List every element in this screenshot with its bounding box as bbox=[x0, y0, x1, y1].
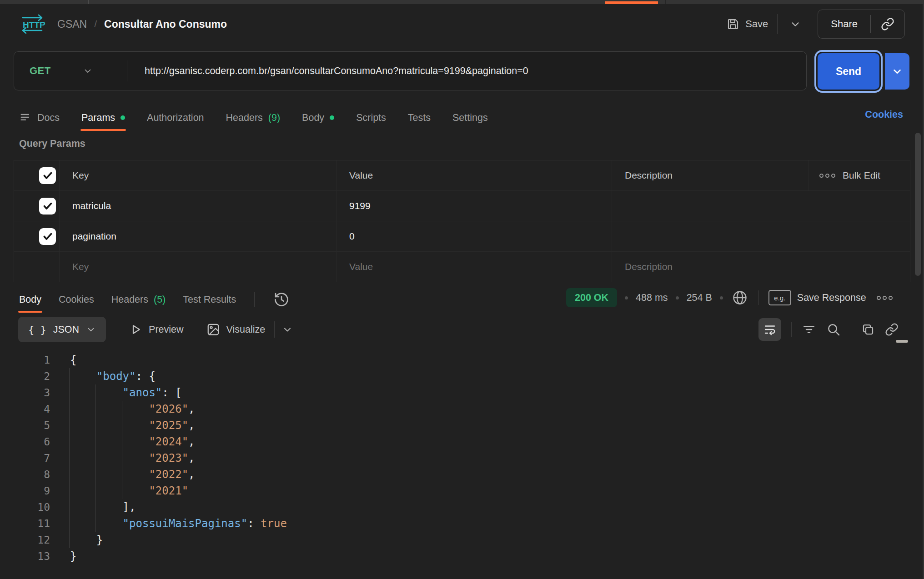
code-token: "anos" bbox=[123, 386, 162, 399]
indent-guide bbox=[95, 483, 96, 499]
code-content: } bbox=[70, 532, 103, 548]
response-body-viewer[interactable]: 1{2"body": {3"anos": [4"2026",5"2025",6"… bbox=[0, 347, 910, 579]
visualize-options-button[interactable] bbox=[282, 324, 293, 335]
param-value-input[interactable]: Value bbox=[336, 252, 612, 282]
code-token: "2024" bbox=[149, 435, 188, 448]
code-line: 1{ bbox=[0, 352, 910, 368]
code-content: "possuiMaisPaginas": true bbox=[70, 515, 287, 532]
tab-headers[interactable]: Headers(9) bbox=[226, 105, 281, 131]
tab-settings[interactable]: Settings bbox=[452, 105, 488, 131]
tab-tests[interactable]: Tests bbox=[408, 105, 431, 131]
response-tab-test-results[interactable]: Test Results bbox=[183, 286, 236, 313]
param-placeholder-row: KeyValueDescription bbox=[14, 252, 910, 282]
param-value-cell[interactable]: 0 bbox=[336, 221, 612, 251]
param-key-cell[interactable]: matricula bbox=[59, 191, 336, 221]
cookies-link[interactable]: Cookies bbox=[865, 109, 903, 120]
param-description-cell[interactable] bbox=[612, 221, 910, 251]
line-number: 7 bbox=[0, 450, 50, 466]
code-scrollbar-track bbox=[897, 344, 897, 572]
response-size: 254 B bbox=[687, 292, 712, 304]
save-options-button[interactable] bbox=[787, 15, 804, 33]
tab-params[interactable]: Params bbox=[81, 105, 125, 131]
copy-icon[interactable] bbox=[861, 323, 875, 336]
code-line: 2"body": { bbox=[0, 368, 910, 384]
wrap-lines-button[interactable] bbox=[758, 318, 781, 341]
code-line: 3"anos": [ bbox=[0, 384, 910, 401]
code-token: , bbox=[188, 452, 195, 464]
param-row: matricula9199 bbox=[14, 191, 910, 221]
dot-separator bbox=[676, 296, 679, 299]
save-button[interactable]: Save bbox=[726, 17, 768, 31]
share-button[interactable]: Share bbox=[818, 10, 905, 39]
code-scrollbar-thumb[interactable] bbox=[896, 340, 908, 343]
code-content: ], bbox=[70, 499, 136, 515]
url-input[interactable]: http://gsanisc.coderp.com.br/gsan/consul… bbox=[127, 65, 528, 77]
status-badge[interactable]: 200 OK bbox=[566, 288, 617, 307]
link-icon[interactable] bbox=[885, 323, 899, 336]
bulk-edit-label: Bulk Edit bbox=[843, 170, 880, 181]
breadcrumb-request-title[interactable]: Consultar Ano Consumo bbox=[104, 18, 227, 30]
tab-authorization[interactable]: Authorization bbox=[147, 105, 204, 131]
tab-scripts[interactable]: Scripts bbox=[356, 105, 386, 131]
response-history-button[interactable] bbox=[273, 291, 290, 308]
param-key-cell[interactable]: pagination bbox=[59, 221, 336, 251]
send-options-button[interactable] bbox=[885, 53, 909, 90]
response-tabs: BodyCookiesHeaders(5)Test Results bbox=[19, 286, 290, 313]
param-checkbox-cell bbox=[14, 221, 59, 251]
tab-docs[interactable]: Docs bbox=[19, 105, 60, 131]
divider bbox=[777, 14, 778, 34]
filter-icon[interactable] bbox=[802, 322, 816, 337]
preview-button[interactable]: Preview bbox=[129, 323, 183, 336]
indent-guide bbox=[69, 401, 70, 417]
tab-body[interactable]: Body bbox=[302, 105, 334, 131]
tab-separator bbox=[665, 0, 666, 4]
param-checkbox[interactable] bbox=[39, 198, 56, 215]
code-content: "2023", bbox=[70, 450, 195, 466]
response-tab-cookies[interactable]: Cookies bbox=[59, 286, 94, 313]
code-content: "2021" bbox=[70, 483, 188, 499]
tab-label-headers: Headers bbox=[226, 112, 263, 124]
search-icon[interactable] bbox=[826, 322, 841, 337]
visualize-button[interactable]: Visualize bbox=[206, 323, 266, 336]
save-response-button[interactable]: e.g. Save Response bbox=[768, 290, 866, 305]
code-line: 11"possuiMaisPaginas": true bbox=[0, 515, 910, 532]
select-all-checkbox[interactable] bbox=[39, 167, 56, 184]
line-number: 2 bbox=[0, 368, 50, 384]
code-content: { bbox=[70, 352, 76, 368]
url-bar: GET http://gsanisc.coderp.com.br/gsan/co… bbox=[14, 51, 807, 90]
code-token: ], bbox=[123, 501, 136, 514]
breadcrumb-collection[interactable]: GSAN bbox=[57, 18, 87, 30]
format-label: JSON bbox=[53, 324, 79, 335]
code-token: "2022" bbox=[149, 468, 188, 481]
format-selector[interactable]: { } JSON bbox=[18, 317, 106, 342]
response-tab-headers[interactable]: Headers(5) bbox=[111, 286, 166, 313]
copy-link-button[interactable] bbox=[871, 17, 904, 31]
param-description-input[interactable]: Description bbox=[612, 252, 910, 282]
vertical-scrollbar[interactable] bbox=[915, 133, 921, 276]
response-tab-body[interactable]: Body bbox=[19, 286, 41, 313]
tab-strip bbox=[0, 0, 924, 4]
code-token: : bbox=[247, 517, 261, 530]
indent-guide bbox=[95, 434, 96, 450]
param-checkbox[interactable] bbox=[39, 228, 56, 245]
send-button[interactable]: Send bbox=[818, 53, 879, 90]
param-description-cell[interactable] bbox=[612, 191, 910, 221]
app-window: HTTP GSAN / Consultar Ano Consumo Save bbox=[0, 0, 924, 579]
tab-separator bbox=[88, 0, 89, 4]
network-globe-icon[interactable] bbox=[732, 290, 748, 306]
indent-guide bbox=[122, 434, 122, 450]
response-more-actions-button[interactable] bbox=[877, 296, 893, 300]
bulk-edit-button[interactable]: Bulk Edit bbox=[808, 160, 910, 190]
column-header-key: Key bbox=[59, 160, 336, 190]
code-token: , bbox=[188, 403, 195, 415]
code-content: "body": { bbox=[70, 368, 156, 384]
code-token: "2023" bbox=[149, 452, 188, 464]
method-selector[interactable]: GET bbox=[14, 65, 127, 77]
param-key-input[interactable]: Key bbox=[59, 252, 336, 282]
param-value-cell[interactable]: 9199 bbox=[336, 191, 612, 221]
indent-guide bbox=[95, 466, 96, 483]
code-token: , bbox=[188, 419, 195, 432]
line-number: 13 bbox=[0, 548, 50, 564]
line-number: 3 bbox=[0, 384, 50, 401]
divider bbox=[851, 322, 851, 337]
